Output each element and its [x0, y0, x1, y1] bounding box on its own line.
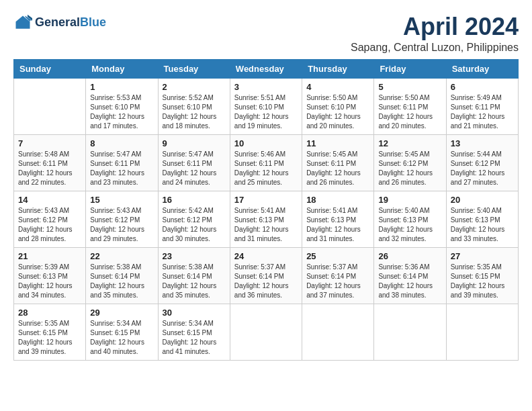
day-info-line: and 23 minutes.	[90, 179, 138, 186]
week-row-3: 14Sunrise: 5:43 AMSunset: 6:12 PMDayligh…	[14, 191, 519, 247]
col-header-tuesday: Tuesday	[158, 59, 230, 78]
day-number: 29	[90, 308, 153, 318]
day-info-line: and 35 minutes.	[163, 291, 210, 299]
day-info: Sunrise: 5:48 AMSunset: 6:11 PMDaylight:…	[18, 150, 81, 187]
day-info-line: Sunrise: 5:35 AM	[451, 263, 502, 271]
day-info-line: Sunrise: 5:40 AM	[451, 207, 502, 214]
day-info-line: and 21 minutes.	[451, 122, 498, 130]
day-info: Sunrise: 5:44 AMSunset: 6:12 PMDaylight:…	[451, 150, 514, 187]
calendar-cell: 5Sunrise: 5:50 AMSunset: 6:11 PMDaylight…	[374, 78, 446, 134]
calendar-cell: 21Sunrise: 5:39 AMSunset: 6:13 PMDayligh…	[14, 247, 86, 304]
day-number: 24	[234, 251, 298, 261]
day-info-line: Sunrise: 5:37 AM	[234, 263, 285, 271]
calendar-cell: 2Sunrise: 5:52 AMSunset: 6:10 PMDaylight…	[158, 78, 230, 134]
day-info: Sunrise: 5:40 AMSunset: 6:13 PMDaylight:…	[451, 206, 514, 244]
week-row-5: 28Sunrise: 5:35 AMSunset: 6:15 PMDayligh…	[14, 304, 519, 360]
day-number: 1	[90, 82, 153, 92]
day-info-line: Sunrise: 5:50 AM	[306, 94, 357, 101]
day-info-line: Sunset: 6:15 PM	[451, 273, 500, 280]
calendar-cell: 18Sunrise: 5:41 AMSunset: 6:13 PMDayligh…	[302, 191, 374, 247]
calendar-header-row: SundayMondayTuesdayWednesdayThursdayFrid…	[14, 59, 519, 78]
day-info-line: and 40 minutes.	[90, 348, 138, 355]
day-info-line: Sunrise: 5:40 AM	[378, 207, 429, 214]
day-info-line: Sunset: 6:15 PM	[163, 329, 212, 336]
day-info-line: Sunset: 6:13 PM	[451, 216, 500, 224]
day-info-line: Sunset: 6:14 PM	[163, 273, 212, 280]
day-info-line: Daylight: 12 hours	[163, 169, 217, 177]
calendar-cell: 15Sunrise: 5:43 AMSunset: 6:12 PMDayligh…	[86, 191, 158, 247]
day-info: Sunrise: 5:36 AMSunset: 6:14 PMDaylight:…	[378, 263, 441, 300]
day-info-line: and 36 minutes.	[234, 291, 282, 299]
calendar-cell: 8Sunrise: 5:47 AMSunset: 6:11 PMDaylight…	[86, 134, 158, 191]
day-info: Sunrise: 5:45 AMSunset: 6:11 PMDaylight:…	[306, 150, 369, 187]
day-info-line: Sunrise: 5:37 AM	[306, 263, 357, 271]
calendar-cell	[230, 304, 302, 360]
day-info-line: Sunrise: 5:45 AM	[378, 150, 429, 158]
week-row-2: 7Sunrise: 5:48 AMSunset: 6:11 PMDaylight…	[14, 134, 519, 191]
day-info-line: Sunrise: 5:51 AM	[234, 94, 285, 101]
day-info-line: Sunset: 6:13 PM	[306, 216, 356, 224]
calendar-cell: 16Sunrise: 5:42 AMSunset: 6:12 PMDayligh…	[158, 191, 230, 247]
day-info-line: Sunrise: 5:50 AM	[378, 94, 429, 101]
day-info-line: Daylight: 12 hours	[90, 282, 144, 289]
calendar-cell: 25Sunrise: 5:37 AMSunset: 6:14 PMDayligh…	[302, 247, 374, 304]
logo-text: GeneralBlue	[35, 16, 106, 30]
day-info-line: and 38 minutes.	[378, 291, 426, 299]
day-info-line: Daylight: 12 hours	[451, 169, 505, 177]
day-number: 3	[234, 82, 298, 92]
logo: GeneralBlue	[13, 13, 106, 32]
day-info-line: Daylight: 12 hours	[18, 282, 73, 289]
day-info-line: Sunrise: 5:41 AM	[234, 207, 285, 214]
calendar-cell	[374, 304, 446, 360]
day-info-line: Sunrise: 5:52 AM	[163, 94, 214, 101]
day-number: 17	[234, 195, 298, 205]
day-info-line: Sunset: 6:10 PM	[90, 103, 140, 111]
day-number: 8	[90, 138, 153, 148]
day-info-line: and 28 minutes.	[18, 235, 66, 242]
day-info: Sunrise: 5:50 AMSunset: 6:11 PMDaylight:…	[378, 93, 441, 131]
day-info-line: Daylight: 12 hours	[90, 338, 144, 346]
day-info-line: Sunset: 6:13 PM	[234, 216, 284, 224]
day-number: 12	[378, 138, 441, 148]
day-info-line: Daylight: 12 hours	[306, 113, 361, 120]
day-number: 20	[451, 195, 514, 205]
day-info-line: Sunset: 6:11 PM	[306, 160, 356, 167]
day-info-line: Sunset: 6:10 PM	[234, 103, 284, 111]
col-header-monday: Monday	[86, 59, 158, 78]
day-info-line: Sunrise: 5:47 AM	[90, 150, 141, 158]
day-info-line: Sunset: 6:10 PM	[306, 103, 356, 111]
calendar-cell: 6Sunrise: 5:49 AMSunset: 6:11 PMDaylight…	[446, 78, 518, 134]
day-info-line: and 19 minutes.	[234, 122, 282, 130]
day-info-line: Daylight: 12 hours	[18, 226, 73, 233]
day-info-line: Sunset: 6:11 PM	[18, 160, 68, 167]
calendar-cell: 24Sunrise: 5:37 AMSunset: 6:14 PMDayligh…	[230, 247, 302, 304]
day-info-line: and 39 minutes.	[451, 291, 498, 299]
day-info-line: and 24 minutes.	[163, 179, 210, 186]
day-info-line: Daylight: 12 hours	[90, 169, 144, 177]
day-info-line: Sunrise: 5:38 AM	[90, 263, 141, 271]
day-info-line: Sunset: 6:11 PM	[451, 103, 500, 111]
day-info-line: Sunrise: 5:43 AM	[18, 207, 69, 214]
day-info-line: Sunset: 6:15 PM	[18, 329, 68, 336]
day-info-line: Sunrise: 5:35 AM	[18, 320, 69, 327]
day-info-line: Sunset: 6:12 PM	[378, 160, 428, 167]
calendar-cell: 12Sunrise: 5:45 AMSunset: 6:12 PMDayligh…	[374, 134, 446, 191]
day-info-line: Sunset: 6:12 PM	[90, 216, 140, 224]
day-info-line: and 29 minutes.	[90, 235, 138, 242]
day-number: 13	[451, 138, 514, 148]
day-info-line: Daylight: 12 hours	[18, 338, 73, 346]
day-info-line: and 17 minutes.	[90, 122, 138, 130]
day-number: 10	[234, 138, 298, 148]
day-info: Sunrise: 5:46 AMSunset: 6:11 PMDaylight:…	[234, 150, 298, 187]
day-info-line: and 26 minutes.	[306, 179, 354, 186]
day-info: Sunrise: 5:49 AMSunset: 6:11 PMDaylight:…	[451, 93, 514, 131]
day-info-line: Sunrise: 5:42 AM	[163, 207, 214, 214]
day-number: 18	[306, 195, 369, 205]
col-header-saturday: Saturday	[446, 59, 518, 78]
day-number: 26	[378, 251, 441, 261]
col-header-sunday: Sunday	[14, 59, 86, 78]
day-info-line: Sunset: 6:13 PM	[378, 216, 428, 224]
day-number: 19	[378, 195, 441, 205]
day-info-line: Daylight: 12 hours	[90, 113, 144, 120]
day-info-line: Daylight: 12 hours	[163, 282, 217, 289]
